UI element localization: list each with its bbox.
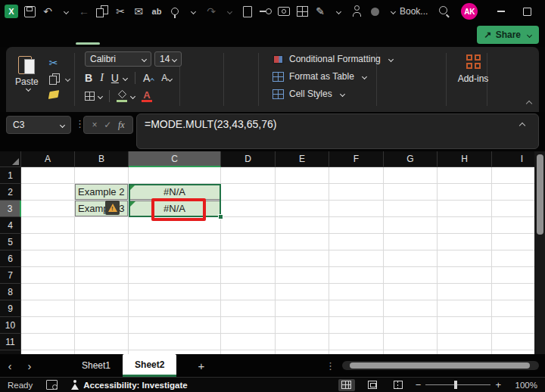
grid-cell[interactable] [329,167,384,184]
cell-styles-button[interactable]: Cell Styles [272,88,393,100]
grid-cell[interactable] [129,267,221,284]
error-warning-icon[interactable] [105,201,120,215]
row-header-7[interactable]: 7 [0,267,21,284]
addins-button[interactable]: Add-ins [454,54,492,84]
close-button[interactable]: × [540,2,545,21]
column-header-H[interactable]: H [438,151,492,167]
bold-button[interactable]: B [85,72,92,84]
autocorrect-icon[interactable]: ab [150,3,164,20]
grid-cell[interactable] [276,217,329,234]
draw-icon[interactable]: ✎ [313,3,327,20]
grid-cell[interactable] [276,234,329,250]
grid-cell[interactable] [438,334,492,350]
mail-icon[interactable]: ✉ [132,3,145,20]
grid-cell[interactable] [221,300,276,317]
grid-cell[interactable] [21,234,75,250]
grid-cell[interactable] [129,334,221,350]
row-header-8[interactable]: 8 [0,284,21,300]
grid-cell[interactable] [384,334,438,350]
fill-color-menu-chevron[interactable] [130,93,135,98]
column-header-C[interactable]: C [129,151,221,167]
grid-cell[interactable] [129,284,221,300]
draw-menu-chevron[interactable] [332,3,345,20]
grid-cell[interactable] [276,184,329,201]
row-header-5[interactable]: 5 [0,234,21,250]
grid-cell[interactable] [21,284,75,300]
sheet-options-icon[interactable]: ⋮ [325,360,335,372]
column-header-E[interactable]: E [276,151,329,167]
grid-cell[interactable] [21,267,75,284]
camera-icon[interactable] [277,3,291,20]
grid-cell[interactable] [221,217,276,234]
grid-cell[interactable] [221,284,276,300]
zoom-percentage[interactable]: 100% [510,381,537,390]
cut-icon[interactable]: ✂ [49,57,58,69]
back-icon[interactable]: ← [77,3,91,20]
grid-cell[interactable] [129,317,221,334]
grid-cell[interactable] [438,267,492,284]
pin-icon[interactable] [259,3,272,20]
grid-cell[interactable] [329,250,384,267]
grid-cell[interactable] [438,284,492,300]
grid-cell[interactable] [75,267,129,284]
decrease-font-size-button[interactable]: A [161,73,172,83]
qat-overflow-chevron[interactable] [386,3,400,20]
grid-cell[interactable] [129,300,221,317]
cell-C2[interactable]: #N/A [129,184,221,201]
grid-cell[interactable] [75,284,129,300]
grid-cell[interactable] [221,334,276,350]
grid-cell[interactable] [329,201,384,217]
save-icon[interactable] [23,3,36,20]
zoom-slider[interactable] [425,384,490,385]
copy-icon[interactable] [95,3,109,20]
form-icon[interactable] [295,3,309,20]
grid-cell[interactable] [329,317,384,334]
column-header-G[interactable]: G [384,151,438,167]
row-header-9[interactable]: 9 [0,300,21,317]
normal-view-button[interactable] [338,379,355,391]
grid-cell[interactable] [384,184,438,201]
page-break-view-button[interactable] [390,379,406,391]
grid-cell[interactable] [75,300,129,317]
accessibility-status[interactable]: Accessibility: Investigate [83,381,187,390]
cut-icon[interactable]: ✂ [114,3,127,20]
grid-cell[interactable] [438,234,492,250]
chevron-down-icon[interactable] [65,76,70,81]
grid-cell[interactable] [129,250,221,267]
grid-cell[interactable] [221,250,276,267]
zoom-slider-thumb[interactable] [454,381,457,389]
grid-cell[interactable] [384,300,438,317]
row-header-3[interactable]: 3 [0,201,21,217]
new-file-icon[interactable] [241,3,254,20]
grid-cell[interactable] [75,334,129,350]
grid-cell[interactable] [75,317,129,334]
row-header-11[interactable]: 11 [0,334,21,350]
grid-cell[interactable] [438,201,492,217]
grid-cell[interactable] [221,267,276,284]
add-sheet-button[interactable]: + [198,359,204,372]
excel-logo[interactable]: X [5,5,18,18]
underline-menu-chevron[interactable] [123,75,128,80]
maximize-button[interactable] [514,2,540,21]
grid-cell[interactable] [21,334,75,350]
next-sheet-button[interactable]: › [20,359,39,372]
row-header-2[interactable]: 2 [0,184,21,201]
grid-cell[interactable] [221,167,276,184]
grid-cell[interactable] [329,284,384,300]
search-icon[interactable] [438,5,450,17]
grid-cell[interactable] [438,217,492,234]
copy-icon[interactable] [49,73,60,85]
touch-mode-icon[interactable] [168,3,182,20]
grid-cell[interactable] [276,300,329,317]
undo-menu-chevron[interactable] [59,3,73,20]
fill-color-button[interactable] [117,91,127,102]
grid-cell[interactable] [276,317,329,334]
grid-cell[interactable] [384,234,438,250]
row-header-4[interactable]: 4 [0,217,21,234]
grid-cell[interactable] [129,234,221,250]
minimize-button[interactable] [488,2,514,21]
enter-entry-button[interactable]: ✓ [104,120,111,130]
row-header-6[interactable]: 6 [0,250,21,267]
row-header-10[interactable]: 10 [0,317,21,334]
page-layout-view-button[interactable] [364,379,381,391]
